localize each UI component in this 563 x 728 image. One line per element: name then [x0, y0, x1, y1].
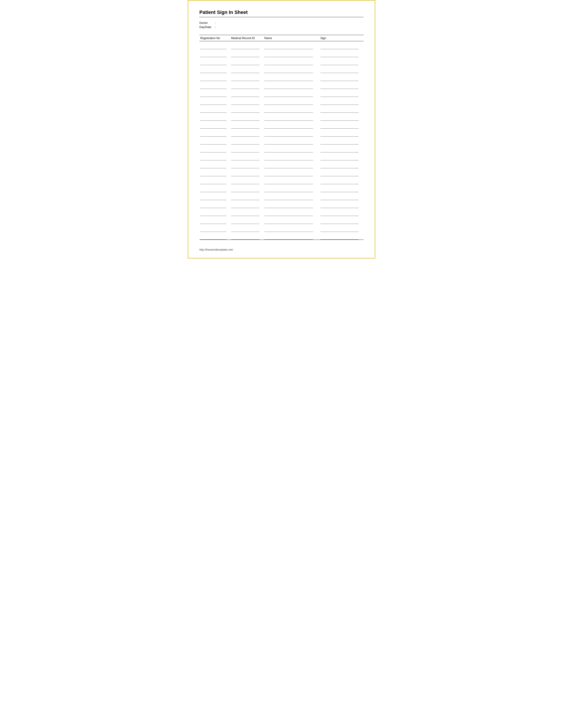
table-row	[199, 224, 364, 232]
table-cell	[199, 192, 230, 200]
table-row	[199, 121, 364, 129]
table-cell	[320, 168, 364, 176]
table-cell	[199, 41, 230, 49]
table-cell	[230, 57, 263, 65]
col-header-med: Medical Record ID	[230, 35, 263, 41]
table-cell	[199, 129, 230, 137]
table-cell	[263, 208, 320, 216]
table-row	[199, 232, 364, 240]
daydate-label: Day/Date	[199, 25, 215, 29]
table-cell	[230, 224, 263, 232]
table-cell	[199, 57, 230, 65]
table-cell	[199, 224, 230, 232]
table-header-row: Registration No Medical Record ID Name S…	[199, 35, 364, 41]
table-cell	[230, 49, 263, 57]
table-cell	[320, 97, 364, 105]
table-row	[199, 208, 364, 216]
table-cell	[199, 73, 230, 81]
table-cell	[263, 168, 320, 176]
table-row	[199, 65, 364, 73]
table-cell	[230, 160, 263, 168]
table-cell	[320, 184, 364, 192]
table-cell	[230, 73, 263, 81]
table-cell	[230, 208, 263, 216]
table-cell	[320, 81, 364, 89]
table-cell	[320, 208, 364, 216]
table-cell	[263, 232, 320, 240]
table-cell	[263, 152, 320, 160]
table-cell	[199, 152, 230, 160]
table-cell	[320, 73, 364, 81]
table-footer-line	[199, 240, 364, 242]
col-header-sign: Sign	[320, 35, 364, 41]
table-cell	[199, 97, 230, 105]
table-cell	[230, 81, 263, 89]
page-title: Patient Sign In Sheet	[199, 9, 364, 15]
title-divider	[199, 17, 364, 17]
table-cell	[320, 176, 364, 184]
table-cell	[320, 232, 364, 240]
table-cell	[263, 129, 320, 137]
table-cell	[199, 200, 230, 208]
table-cell	[230, 192, 263, 200]
col-header-reg: Registration No	[199, 35, 230, 41]
table-cell	[230, 113, 263, 121]
table-cell	[199, 176, 230, 184]
table-cell	[263, 137, 320, 144]
table-cell	[263, 113, 320, 121]
table-row	[199, 192, 364, 200]
table-cell	[263, 105, 320, 113]
table-cell	[320, 192, 364, 200]
table-cell	[263, 200, 320, 208]
table-row	[199, 81, 364, 89]
table-cell	[230, 97, 263, 105]
table-row	[199, 176, 364, 184]
table-cell	[199, 216, 230, 224]
table-cell	[230, 184, 263, 192]
table-cell	[263, 57, 320, 65]
table-cell	[320, 216, 364, 224]
table-cell	[263, 144, 320, 152]
table-cell	[320, 89, 364, 97]
table-footer-row	[199, 240, 364, 242]
table-row	[199, 168, 364, 176]
table-cell	[263, 97, 320, 105]
table-row	[199, 113, 364, 121]
table-row	[199, 57, 364, 65]
table-cell	[320, 137, 364, 144]
table-row	[199, 73, 364, 81]
doctor-row: Doctor :	[199, 21, 364, 24]
table-cell	[230, 89, 263, 97]
daydate-colon: :	[215, 25, 216, 29]
footer-url: http://freewordtemplates.net/	[199, 248, 364, 251]
table-cell	[230, 152, 263, 160]
table-cell	[230, 121, 263, 129]
table-cell	[263, 216, 320, 224]
table-cell	[320, 129, 364, 137]
table-section: Registration No Medical Record ID Name S…	[199, 35, 364, 242]
table-cell	[263, 192, 320, 200]
table-cell	[230, 216, 263, 224]
table-cell	[199, 168, 230, 176]
table-row	[199, 137, 364, 144]
daydate-row: Day/Date :	[199, 25, 364, 29]
table-cell	[263, 81, 320, 89]
sign-in-table: Registration No Medical Record ID Name S…	[199, 35, 364, 242]
table-cell	[263, 176, 320, 184]
table-row	[199, 49, 364, 57]
table-cell	[199, 144, 230, 152]
table-cell	[263, 73, 320, 81]
table-cell	[230, 41, 263, 49]
table-cell	[320, 41, 364, 49]
table-cell	[199, 49, 230, 57]
table-cell	[320, 57, 364, 65]
table-cell	[199, 137, 230, 144]
table-row	[199, 41, 364, 49]
table-row	[199, 97, 364, 105]
table-cell	[230, 129, 263, 137]
table-row	[199, 216, 364, 224]
table-row	[199, 184, 364, 192]
table-cell	[263, 49, 320, 57]
table-cell	[320, 144, 364, 152]
table-row	[199, 105, 364, 113]
